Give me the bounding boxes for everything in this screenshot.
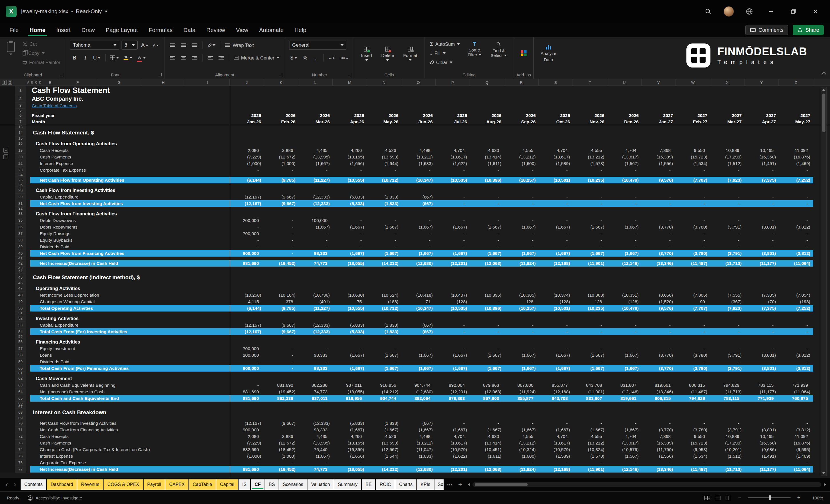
cell-n74[interactable]: (12,567) [367, 446, 401, 453]
cell-v50[interactable]: (9,576) [641, 305, 676, 312]
row-header-7[interactable]: 7 [15, 119, 26, 125]
comma-style-button[interactable]: , [312, 54, 320, 62]
cell-t54[interactable]: - [573, 328, 607, 335]
cell-u65[interactable]: 819,661 [607, 395, 641, 402]
cell-w31[interactable]: - [676, 200, 710, 207]
cell-v54[interactable]: - [641, 328, 676, 335]
cell-y40[interactable]: (3,801) [744, 250, 779, 257]
cell-v65[interactable]: 806,315 [641, 395, 676, 402]
cell-k23[interactable]: - [264, 167, 298, 174]
copy-button[interactable]: Copy [21, 49, 62, 57]
increase-font-size-button[interactable] [140, 41, 149, 50]
cell-r71[interactable]: (1,667) [504, 427, 539, 433]
cell-x71[interactable]: (3,791) [710, 427, 744, 433]
cell-m6[interactable]: 2026 [332, 112, 367, 119]
cell-v57[interactable]: - [641, 345, 676, 352]
cell-l39[interactable]: - [298, 244, 332, 250]
zoom-out-button[interactable]: − [736, 495, 742, 501]
ribbon-collapse-button[interactable] [822, 72, 826, 77]
cell-l77[interactable]: 74,773 [298, 466, 332, 473]
cell-y49[interactable]: (70) [744, 298, 779, 305]
cell-j7[interactable]: Jan-26 [230, 119, 264, 125]
cell-v22[interactable]: (1,556) [641, 160, 676, 167]
search-button[interactable] [700, 3, 716, 20]
cell-o73[interactable]: (13,211) [401, 440, 436, 446]
cell-n72[interactable]: 4,526 [367, 433, 401, 440]
cell-o22[interactable]: (1,633) [401, 160, 436, 167]
cell-s23[interactable]: - [539, 167, 573, 174]
cell-o40[interactable]: (1,667) [401, 250, 436, 257]
cell-m54[interactable]: (5,833) [332, 328, 367, 335]
cell-w65[interactable]: 794,829 [676, 395, 710, 402]
cell-t20[interactable]: (13,212) [573, 154, 607, 160]
cell-j59[interactable]: - [230, 358, 264, 365]
cell-n70[interactable]: (1,833) [367, 420, 401, 427]
cell-n35[interactable]: - [367, 217, 401, 224]
col-header-s[interactable]: S [539, 79, 573, 86]
cell-k59[interactable]: - [264, 358, 298, 365]
cell-s29[interactable]: - [539, 194, 573, 200]
cell-q77[interactable]: (12,063) [470, 466, 504, 473]
sheet-nav-left-button[interactable]: ‹ [3, 480, 11, 489]
cell-x75[interactable]: (1,512) [710, 453, 744, 460]
col-header-v[interactable]: V [641, 79, 676, 86]
cell-z53[interactable]: - [779, 322, 813, 328]
row-header-37[interactable]: 37 [15, 230, 26, 237]
cell-k37[interactable]: - [264, 230, 298, 237]
align-right-button[interactable] [190, 54, 199, 62]
cell-p77[interactable]: (12,201) [436, 466, 470, 473]
sheet-tab-capex[interactable]: CAPEX [165, 479, 188, 490]
cell-n60[interactable]: (1,667) [367, 365, 401, 372]
row-header-47[interactable]: 47 [15, 285, 26, 292]
font-size-select[interactable]: 8 [122, 41, 137, 50]
col-header-o[interactable]: O [401, 79, 436, 86]
cell-r42[interactable]: (11,924) [504, 260, 539, 266]
cell-s22[interactable]: (1,589) [539, 160, 573, 167]
cell-r75[interactable]: (1,600) [504, 453, 539, 460]
cell-s48[interactable]: (10,374) [539, 292, 573, 298]
cell-p64[interactable]: (12,201) [436, 388, 470, 395]
cell-p57[interactable]: - [436, 345, 470, 352]
cell-t50[interactable]: (10,235) [573, 305, 607, 312]
cell-v25[interactable]: (9,576) [641, 177, 676, 183]
cell-s58[interactable]: (1,667) [539, 352, 573, 358]
cell-j35[interactable]: 200,000 [230, 217, 264, 224]
cell-w49[interactable]: 99 [676, 298, 710, 305]
cell-r25[interactable]: (10,257) [504, 177, 539, 183]
cell-z23[interactable]: - [779, 167, 813, 174]
cell-s63[interactable]: 855,877 [539, 382, 573, 388]
cell-m37[interactable]: - [332, 230, 367, 237]
table-of-contents-link[interactable]: Go to Table of Contents [30, 102, 230, 109]
cell-y73[interactable]: (16,350) [744, 440, 779, 446]
cell-x72[interactable]: 10,889 [710, 433, 744, 440]
cell-u70[interactable]: - [607, 420, 641, 427]
cell-p75[interactable]: (1,622) [436, 453, 470, 460]
cell-m25[interactable]: (10,555) [332, 177, 367, 183]
cell-m40[interactable]: (1,667) [332, 250, 367, 257]
cell-s7[interactable]: Oct-26 [539, 119, 573, 125]
cell-o20[interactable]: (13,211) [401, 154, 436, 160]
cell-p76[interactable]: - [436, 460, 470, 466]
cell-q60[interactable]: (1,667) [470, 365, 504, 372]
cell-n71[interactable]: (1,667) [367, 427, 401, 433]
cell-x35[interactable]: - [710, 217, 744, 224]
cell-u31[interactable]: - [607, 200, 641, 207]
cell-z72[interactable]: 11,092 [779, 433, 813, 440]
cell-v53[interactable]: - [641, 322, 676, 328]
cell-t76[interactable]: - [573, 460, 607, 466]
cell-m71[interactable]: (1,667) [332, 427, 367, 433]
cell-o23[interactable]: - [401, 167, 436, 174]
cell-o76[interactable]: - [401, 460, 436, 466]
cell-u72[interactable]: 4,704 [607, 433, 641, 440]
cell-z6[interactable]: 2027 [779, 112, 813, 119]
cell-n58[interactable]: (1,667) [367, 352, 401, 358]
cell-l42[interactable]: 74,773 [298, 260, 332, 266]
bold-button[interactable]: B [70, 54, 78, 62]
cell-p73[interactable]: (13,617) [436, 440, 470, 446]
col-header-e[interactable]: E [42, 79, 58, 86]
cell-p29[interactable]: - [436, 194, 470, 200]
cell-l35[interactable]: 100,000 [298, 217, 332, 224]
cell-p65[interactable]: 879,863 [436, 395, 470, 402]
sheet-tab-revenue[interactable]: Revenue [77, 479, 103, 490]
cell-j40[interactable]: 900,000 [230, 250, 264, 257]
